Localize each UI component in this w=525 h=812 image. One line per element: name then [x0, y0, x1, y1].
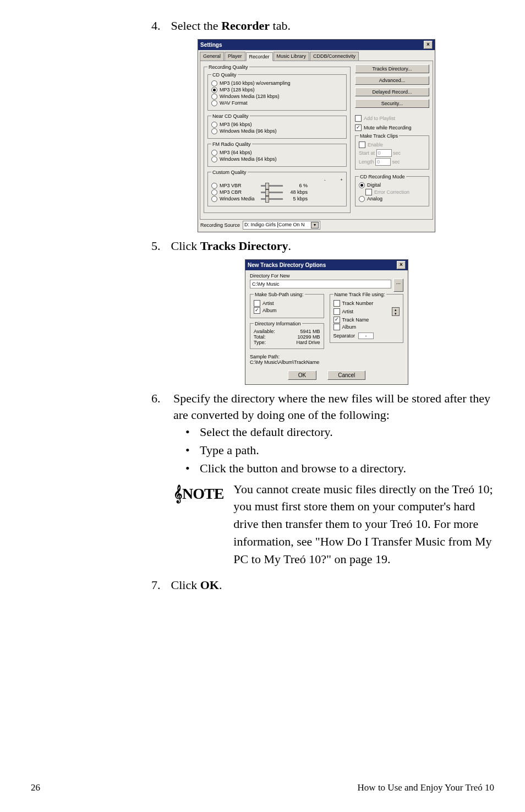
recording-source-row: Recording Source D: Indigo Girls [Come O… — [200, 221, 433, 230]
subpath-group: Make Sub-Path using: Artist ✓Album — [250, 292, 324, 318]
sample-path: C:\My Music\Album\TrackName — [250, 359, 403, 365]
note-block: 𝄞NOTE You cannot create music files dire… — [173, 481, 498, 568]
step-6: 6. Specify the directory where the new f… — [151, 390, 498, 568]
radio-mp3-96[interactable]: MP3 (96 kbps) — [211, 122, 343, 128]
dirinfo-group: Directory Information Available:5941 MB … — [250, 321, 324, 349]
step-7-text-b: . — [219, 578, 222, 592]
step-7-text-a: Click — [171, 578, 200, 592]
slider-wm[interactable] — [261, 198, 283, 200]
settings-title: Settings — [200, 42, 222, 48]
check-error-correction[interactable]: Error Correction — [365, 189, 425, 195]
cd-mode-group: CD Recording Mode Digital Error Correcti… — [355, 174, 429, 206]
slider-vbr[interactable] — [261, 185, 283, 187]
check-subpath-artist[interactable]: Artist — [254, 300, 320, 307]
bullet-1: Select the default directory. — [183, 424, 498, 441]
settings-titlebar: Settings × — [198, 40, 435, 50]
radio-mp3-vbr[interactable]: MP3 VBR6 % — [211, 183, 343, 189]
bullet-2: Type a path. — [183, 442, 498, 459]
radio-digital[interactable]: Digital — [359, 182, 425, 188]
step-6-num: 6. — [151, 390, 168, 568]
note-icon: 𝄞NOTE — [173, 483, 223, 504]
custom-group: Custom Quality - + MP3 VBR6 % MP3 CBR48 … — [207, 170, 347, 206]
sample-path-label: Sample Path: — [250, 354, 403, 359]
close-icon[interactable]: × — [424, 41, 433, 49]
check-track-number[interactable]: Track Number — [333, 300, 400, 307]
tab-music-library[interactable]: Music Library — [274, 52, 310, 61]
clip-start-field[interactable]: 0 — [376, 149, 392, 157]
check-add-playlist[interactable]: Add to Playlist — [355, 115, 429, 122]
tab-recorder[interactable]: Recorder — [246, 52, 273, 61]
step-5-text-a: Click — [171, 239, 200, 253]
step-7-num: 7. — [151, 577, 168, 594]
check-name-artist[interactable]: Artist — [333, 308, 354, 315]
footer-title: How to Use and Enjoy Your Treó 10 — [358, 782, 494, 793]
check-name-album[interactable]: Album — [333, 324, 400, 330]
recording-source-select[interactable]: D: Indigo Girls [Come On N ▾ — [243, 221, 320, 230]
step-6-bullets: Select the default directory. Type a pat… — [183, 424, 498, 477]
near-cd-group: Near CD Quality MP3 (96 kbps) Windows Me… — [207, 113, 347, 139]
settings-dialog: Settings × General Player Recorder Music… — [198, 39, 435, 232]
dirdlg-titlebar: New Tracks Directory Options × — [245, 260, 408, 270]
radio-mp3-cbr[interactable]: MP3 CBR48 kbps — [211, 189, 343, 195]
separator-label: Separator — [333, 333, 356, 339]
close-icon[interactable]: × — [397, 261, 406, 269]
radio-mp3-160[interactable]: MP3 (160 kbps) w/oversampling — [211, 80, 343, 86]
step-7-bold: OK — [200, 578, 219, 592]
page-footer: 26 How to Use and Enjoy Your Treó 10 — [0, 782, 525, 793]
dirdlg-title: New Tracks Directory Options — [248, 262, 326, 268]
radio-wav[interactable]: WAV Format — [211, 100, 343, 106]
step-6-text: Specify the directory where the new file… — [173, 391, 490, 422]
tab-general[interactable]: General — [200, 52, 224, 61]
step-4-text-b: tab. — [270, 19, 291, 32]
check-trackname[interactable]: ✓Track Name — [333, 317, 400, 323]
slider-cbr[interactable] — [261, 192, 283, 193]
tab-player[interactable]: Player — [225, 52, 245, 61]
radio-mp3-128[interactable]: MP3 (128 kbps) — [211, 87, 343, 93]
recording-quality-legend: Recording Quality — [207, 64, 249, 70]
cd-quality-group: CD Quality MP3 (160 kbps) w/oversampling… — [207, 72, 347, 111]
clips-group: Make Track Clips Enable Start at 0 sec L… — [355, 133, 429, 170]
separator-field[interactable]: - — [358, 333, 374, 339]
radio-analog[interactable]: Analog — [359, 196, 425, 202]
directory-path-field[interactable]: C:\My Music — [250, 280, 391, 288]
step-4-bold: Recorder — [221, 19, 270, 32]
settings-tabs: General Player Recorder Music Library CD… — [200, 52, 433, 61]
step-5-num: 5. — [151, 238, 168, 255]
step-4-num: 4. — [151, 18, 168, 35]
radio-mp3-64[interactable]: MP3 (64 kbps) — [211, 150, 343, 156]
chevron-down-icon[interactable]: ▾ — [311, 222, 319, 228]
check-enable-clips[interactable]: Enable — [359, 141, 425, 148]
radio-wm-custom[interactable]: Windows Media5 kbps — [211, 196, 343, 202]
browse-button[interactable]: ... — [393, 279, 403, 292]
directory-for-new-label: Directory For New — [250, 273, 403, 279]
page-number: 26 — [31, 782, 40, 793]
cancel-button[interactable]: Cancel — [327, 370, 365, 380]
security-button[interactable]: Security... — [355, 99, 429, 108]
step-7: 7. Click OK. — [151, 577, 498, 594]
radio-wm-64[interactable]: Windows Media (64 kbps) — [211, 156, 343, 162]
check-mute[interactable]: ✓Mute while Recording — [355, 124, 429, 131]
fm-group: FM Radio Quality MP3 (64 kbps) Windows M… — [207, 141, 347, 167]
recording-source-label: Recording Source — [200, 222, 240, 228]
ok-button[interactable]: OK — [288, 370, 316, 380]
radio-wm-96[interactable]: Windows Media (96 kbps) — [211, 128, 343, 134]
step-4: 4. Select the Recorder tab. — [151, 18, 498, 35]
settings-tab-content: Recording Quality CD Quality MP3 (160 kb… — [200, 61, 433, 220]
bullet-3: Click the button and browse to a directo… — [183, 460, 498, 477]
note-text: You cannot create music files directly o… — [233, 481, 498, 568]
recording-quality-group: Recording Quality CD Quality MP3 (160 kb… — [204, 64, 351, 213]
radio-wm-128[interactable]: Windows Media (128 kbps) — [211, 94, 343, 100]
step-5: 5. Click Tracks Directory. — [151, 238, 498, 255]
delayed-record-button[interactable]: Delayed Record... — [355, 88, 429, 96]
tab-cddb[interactable]: CDDB/Connectivity — [310, 52, 359, 61]
step-4-text-a: Select the — [171, 19, 222, 32]
nametrack-group: Name Track File using: Track Number Arti… — [330, 292, 404, 343]
advanced-button[interactable]: Advanced... — [355, 76, 429, 85]
check-subpath-album[interactable]: ✓Album — [254, 307, 320, 314]
tracks-directory-button[interactable]: Tracks Directory... — [355, 64, 429, 73]
clip-length-field[interactable]: 0 — [375, 158, 391, 166]
step-5-bold: Tracks Directory — [200, 239, 288, 253]
tracks-directory-dialog: New Tracks Directory Options × Directory… — [245, 259, 408, 385]
step-5-text-b: . — [288, 239, 292, 253]
order-updown[interactable]: ▴▾ — [392, 307, 400, 316]
